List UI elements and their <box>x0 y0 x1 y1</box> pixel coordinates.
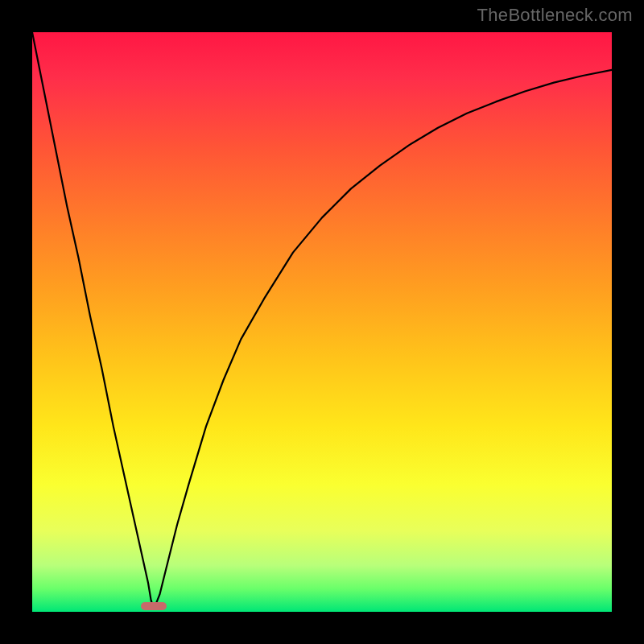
chart-frame: TheBottleneck.com <box>0 0 644 644</box>
plot-area <box>32 32 612 612</box>
watermark-text: TheBottleneck.com <box>477 5 633 26</box>
bottleneck-curve <box>32 32 612 609</box>
min-marker <box>141 602 167 610</box>
curve-layer <box>32 32 612 612</box>
